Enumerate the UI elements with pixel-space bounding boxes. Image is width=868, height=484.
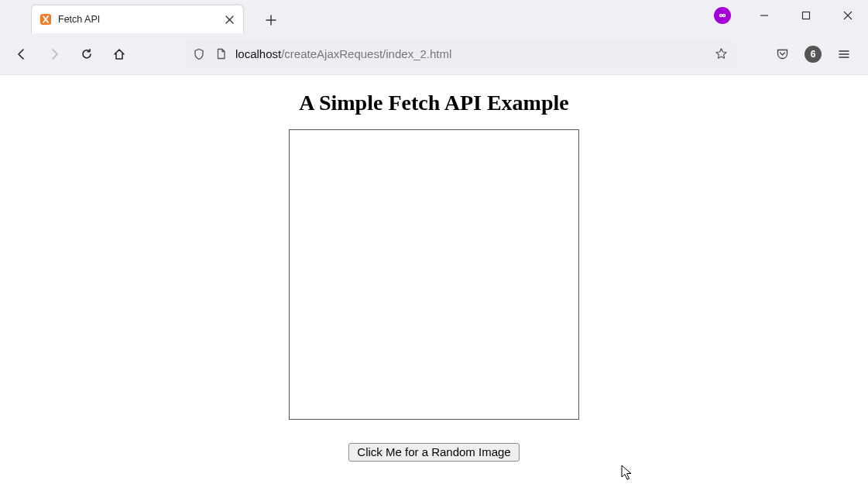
svg-rect-2 xyxy=(803,12,810,19)
home-button[interactable] xyxy=(105,40,133,68)
url-text[interactable]: localhost/createAjaxRequest/index_2.html xyxy=(235,47,706,60)
maximize-button[interactable] xyxy=(791,3,822,28)
mouse-cursor-icon xyxy=(621,465,633,482)
page-heading: A Simple Fetch API Example xyxy=(0,91,868,115)
notification-count: 6 xyxy=(805,46,822,63)
close-window-button[interactable] xyxy=(832,3,863,28)
tab-bar: Fetch API xyxy=(0,0,868,33)
url-path: /createAjaxRequest/index_2.html xyxy=(281,47,451,60)
url-bar[interactable]: localhost/createAjaxRequest/index_2.html xyxy=(184,40,736,68)
url-host: localhost xyxy=(235,47,281,60)
back-button[interactable] xyxy=(8,40,36,68)
page-content: A Simple Fetch API Example Click Me for … xyxy=(0,75,868,462)
browser-chrome: Fetch API xyxy=(0,0,868,75)
tab-title: Fetch API xyxy=(58,14,217,25)
toolbar-right: 6 xyxy=(768,40,858,68)
page-info-icon[interactable] xyxy=(214,47,228,61)
close-tab-icon[interactable] xyxy=(223,13,235,26)
reload-button[interactable] xyxy=(73,40,101,68)
image-placeholder xyxy=(289,129,579,420)
bookmark-star-icon[interactable] xyxy=(714,47,728,61)
pocket-icon[interactable] xyxy=(768,40,796,68)
browser-tab[interactable]: Fetch API xyxy=(31,5,244,33)
app-menu-button[interactable] xyxy=(830,40,858,68)
shield-icon[interactable] xyxy=(192,47,206,61)
window-controls xyxy=(707,3,863,28)
infinity-extension-icon xyxy=(714,7,731,24)
toolbar: localhost/createAjaxRequest/index_2.html… xyxy=(0,33,868,74)
new-tab-button[interactable] xyxy=(258,7,284,33)
notification-count-badge[interactable]: 6 xyxy=(799,40,827,68)
extension-badge[interactable] xyxy=(707,3,738,28)
forward-button[interactable] xyxy=(40,40,68,68)
xampp-favicon-icon xyxy=(39,13,52,26)
fetch-image-button[interactable]: Click Me for a Random Image xyxy=(348,443,519,462)
minimize-button[interactable] xyxy=(749,3,780,28)
